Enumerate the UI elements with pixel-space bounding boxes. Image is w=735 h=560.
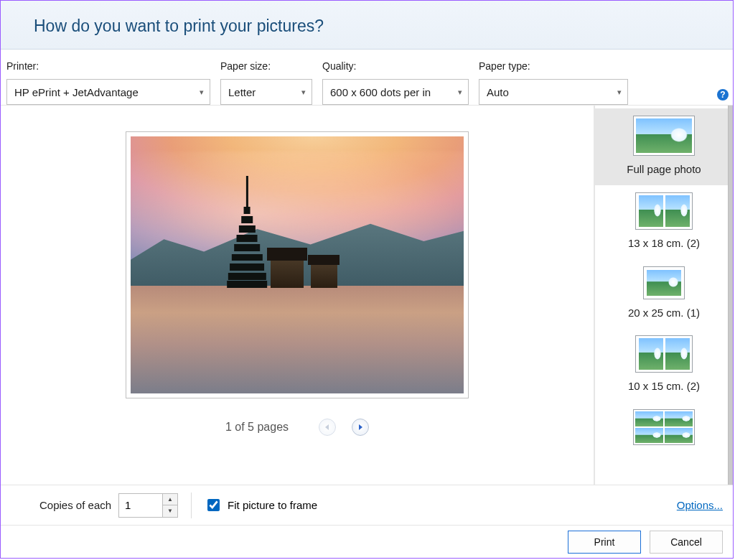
help-icon[interactable]: ? [717, 89, 729, 101]
paper-size-value: Letter [228, 86, 256, 98]
chevron-down-icon: ▾ [458, 88, 462, 97]
print-button[interactable]: Print [568, 531, 641, 554]
copies-label: Copies of each [39, 499, 111, 511]
quality-select[interactable]: 600 x 600 dots per in ▾ [322, 79, 469, 105]
paper-type-value: Auto [487, 86, 509, 98]
svg-marker-0 [325, 424, 329, 430]
paper-size-label: Paper size: [220, 60, 312, 72]
layout-item-full-page[interactable]: Full page photo [595, 108, 733, 185]
dialog-title: How do you want to print your pictures? [1, 1, 733, 50]
chevron-down-icon: ▾ [200, 88, 204, 97]
copies-down-button[interactable]: ▼ [163, 505, 177, 517]
layout-thumb [635, 192, 693, 230]
fit-label: Fit picture to frame [228, 499, 317, 511]
printer-value: HP ePrint + JetAdvantage [14, 86, 139, 98]
layout-label: 10 x 15 cm. (2) [628, 380, 700, 393]
paper-size-select[interactable]: Letter ▾ [220, 79, 312, 105]
triangle-left-icon [324, 424, 331, 431]
layout-label: 20 x 25 cm. (1) [628, 307, 700, 320]
layout-item-10x15[interactable]: 10 x 15 cm. (2) [595, 328, 733, 402]
svg-marker-1 [359, 424, 362, 430]
quality-value: 600 x 600 dots per in [330, 86, 431, 98]
print-pictures-dialog: How do you want to print your pictures? … [0, 0, 734, 559]
print-settings-toolbar: Printer: HP ePrint + JetAdvantage ▾ Pape… [1, 50, 733, 106]
copies-input[interactable] [119, 494, 162, 517]
copies-up-button[interactable]: ▲ [163, 494, 177, 505]
chevron-down-icon: ▾ [617, 88, 622, 97]
layout-thumb [633, 116, 695, 156]
next-page-button[interactable] [352, 419, 369, 436]
layout-thumb [635, 335, 693, 373]
printer-label: Printer: [6, 60, 210, 72]
layout-item-20x25[interactable]: 20 x 25 cm. (1) [595, 259, 733, 329]
layout-label: 13 x 18 cm. (2) [628, 237, 700, 251]
paper-type-label: Paper type: [479, 60, 628, 72]
bottom-bar: Copies of each ▲ ▼ Fit picture to frame … [1, 485, 733, 525]
fit-checkbox[interactable] [207, 499, 220, 511]
pager-text: 1 of 5 pages [225, 421, 289, 434]
triangle-right-icon [357, 424, 364, 431]
layout-thumb [643, 266, 685, 299]
cancel-button[interactable]: Cancel [650, 531, 723, 554]
options-link[interactable]: Options... [677, 499, 723, 511]
dialog-footer: Print Cancel [1, 525, 733, 558]
preview-frame [126, 131, 469, 398]
chevron-down-icon: ▾ [301, 88, 306, 97]
pager: 1 of 5 pages [225, 419, 369, 436]
paper-type-select[interactable]: Auto ▾ [479, 79, 628, 105]
layout-list[interactable]: Full page photo 13 x 18 cm. (2) 20 x 25 … [595, 106, 733, 485]
prev-page-button[interactable] [319, 419, 336, 436]
preview-photo [131, 136, 464, 393]
dialog-body: 1 of 5 pages Full page photo 13 x 18 cm.… [1, 106, 733, 485]
layout-label: Full page photo [627, 163, 701, 177]
layout-item-grid[interactable] [595, 402, 733, 454]
copies-spinner[interactable]: ▲ ▼ [118, 493, 178, 518]
layout-thumb [633, 409, 695, 445]
divider [191, 493, 192, 518]
layout-item-13x18[interactable]: 13 x 18 cm. (2) [595, 185, 733, 259]
fit-picture-option[interactable]: Fit picture to frame [205, 497, 317, 513]
quality-label: Quality: [322, 60, 469, 72]
preview-pane: 1 of 5 pages [1, 106, 595, 485]
printer-select[interactable]: HP ePrint + JetAdvantage ▾ [6, 79, 210, 105]
